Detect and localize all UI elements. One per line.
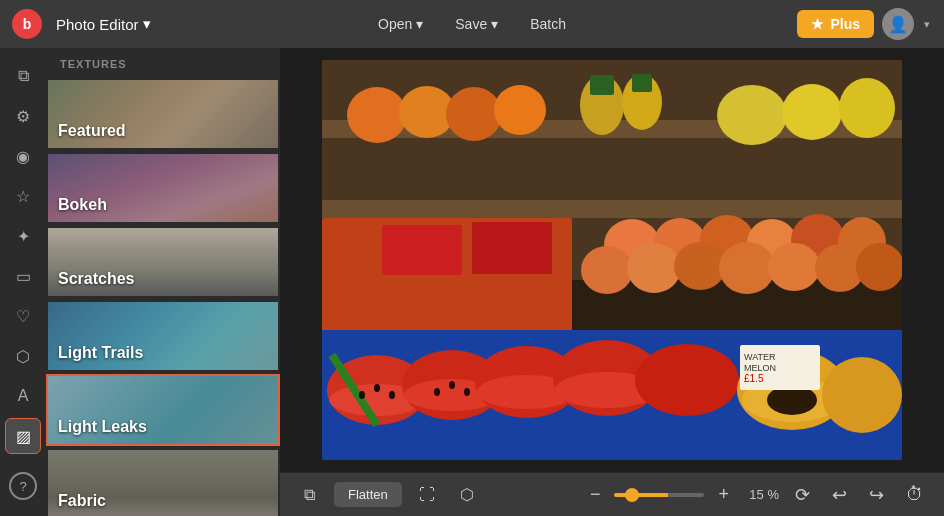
svg-point-46 xyxy=(464,388,470,396)
svg-point-26 xyxy=(674,242,726,290)
layers-panel-button[interactable]: ⧉ xyxy=(294,480,324,510)
svg-point-42 xyxy=(374,384,380,392)
svg-point-44 xyxy=(359,391,365,399)
svg-point-45 xyxy=(449,381,455,389)
batch-button[interactable]: Batch xyxy=(516,10,580,38)
svg-rect-17 xyxy=(472,222,552,274)
bottom-bar: ⧉ Flatten ⛶ ⬡ − + 15 % ⟳ ↩ ↪ ⏱ xyxy=(280,472,944,516)
rotate-button[interactable]: ⟳ xyxy=(789,480,816,510)
zoom-in-button[interactable]: + xyxy=(712,482,735,507)
flatten-label: Flatten xyxy=(348,487,388,502)
open-dropdown-icon: ▾ xyxy=(416,16,423,32)
svg-rect-11 xyxy=(632,74,652,92)
texture-item-bokeh[interactable]: Bokeh xyxy=(46,152,280,224)
sidebar-icon-crop[interactable]: ▭ xyxy=(5,258,41,294)
save-button[interactable]: Save ▾ xyxy=(441,10,512,38)
open-button[interactable]: Open ▾ xyxy=(364,10,437,38)
zoom-slider[interactable] xyxy=(614,493,704,497)
svg-point-7 xyxy=(494,85,546,135)
svg-text:£1.5: £1.5 xyxy=(744,373,764,384)
svg-point-24 xyxy=(581,246,633,294)
texture-item-fabric[interactable]: Fabric xyxy=(46,448,280,516)
texture-label-scratches: Scratches xyxy=(48,264,278,296)
topbar-center-nav: Open ▾ Save ▾ Batch xyxy=(364,10,580,38)
open-label: Open xyxy=(378,16,412,32)
redo-button[interactable]: ↪ xyxy=(863,480,890,510)
save-dropdown-icon: ▾ xyxy=(491,16,498,32)
canvas-area: WATER MELON £1.5 ⧉ Flatten ⛶ ⬡ − + 15 % … xyxy=(280,48,944,516)
svg-point-47 xyxy=(434,388,440,396)
help-button[interactable]: ? xyxy=(9,472,37,500)
export-button[interactable]: ⬡ xyxy=(452,480,482,510)
sidebar-icon-shape[interactable]: ⬡ xyxy=(5,338,41,374)
sidebar-icon-text[interactable]: A xyxy=(5,378,41,414)
texture-item-light-trails[interactable]: Light Trails xyxy=(46,300,280,372)
app-logo[interactable]: b xyxy=(12,9,42,39)
svg-point-41 xyxy=(635,344,739,416)
zoom-controls: − + 15 % xyxy=(584,482,779,507)
texture-item-light-leaks[interactable]: Light Leaks xyxy=(46,374,280,446)
svg-rect-16 xyxy=(382,225,462,275)
sidebar-icon-adjustments[interactable]: ⚙ xyxy=(5,98,41,134)
svg-point-13 xyxy=(782,84,842,140)
app-title-button[interactable]: Photo Editor ▾ xyxy=(50,11,157,37)
svg-point-27 xyxy=(719,242,775,294)
texture-list: Featured Bokeh Scratches Light Trails xyxy=(46,78,280,516)
undo-button[interactable]: ↩ xyxy=(826,480,853,510)
svg-point-43 xyxy=(389,391,395,399)
plus-star-icon: ★ xyxy=(811,16,824,32)
icon-sidebar: ⧉ ⚙ ◉ ☆ ✦ ▭ ♡ ⬡ A ▨ ? xyxy=(0,48,46,516)
svg-point-25 xyxy=(627,243,681,293)
svg-point-28 xyxy=(768,243,820,291)
avatar-dropdown-button[interactable]: ▾ xyxy=(922,18,932,31)
sidebar-icon-layers[interactable]: ⧉ xyxy=(5,58,41,94)
main-body: ⧉ ⚙ ◉ ☆ ✦ ▭ ♡ ⬡ A ▨ ? TEXTURES Featured … xyxy=(0,48,944,516)
flatten-button[interactable]: Flatten xyxy=(334,482,402,507)
plus-button[interactable]: ★ Plus xyxy=(797,10,874,38)
texture-label-light-leaks: Light Leaks xyxy=(48,412,278,444)
app-title-label: Photo Editor xyxy=(56,16,139,33)
svg-point-4 xyxy=(347,87,407,143)
svg-rect-9 xyxy=(590,75,614,95)
sidebar-icon-eye[interactable]: ◉ xyxy=(5,138,41,174)
texture-label-fabric: Fabric xyxy=(48,486,278,516)
history-button[interactable]: ⏱ xyxy=(900,480,930,509)
texture-label-featured: Featured xyxy=(48,116,278,148)
svg-point-30 xyxy=(856,243,902,291)
texture-label-light-trails: Light Trails xyxy=(48,338,278,370)
svg-point-14 xyxy=(839,78,895,138)
canvas-wrapper: WATER MELON £1.5 xyxy=(280,48,944,472)
sidebar-icon-effects[interactable]: ✦ xyxy=(5,218,41,254)
canvas-image: WATER MELON £1.5 xyxy=(322,60,902,460)
avatar[interactable]: 👤 xyxy=(882,8,914,40)
texture-item-featured[interactable]: Featured xyxy=(46,78,280,150)
svg-point-51 xyxy=(822,357,902,433)
fit-screen-button[interactable]: ⛶ xyxy=(412,480,442,510)
texture-panel: TEXTURES Featured Bokeh Scratches Ligh xyxy=(46,48,280,516)
texture-item-scratches[interactable]: Scratches xyxy=(46,226,280,298)
svg-point-12 xyxy=(717,85,787,145)
texture-label-bokeh: Bokeh xyxy=(48,190,278,222)
app-title-dropdown-icon: ▾ xyxy=(143,15,151,33)
sidebar-icon-texture[interactable]: ▨ xyxy=(5,418,41,454)
svg-text:WATER: WATER xyxy=(744,352,776,362)
sidebar-icon-heart[interactable]: ♡ xyxy=(5,298,41,334)
batch-label: Batch xyxy=(530,16,566,32)
zoom-label: 15 % xyxy=(743,487,779,502)
topbar: b Photo Editor ▾ Open ▾ Save ▾ Batch ★ P… xyxy=(0,0,944,48)
save-label: Save xyxy=(455,16,487,32)
svg-text:MELON: MELON xyxy=(744,363,776,373)
sidebar-icon-star[interactable]: ☆ xyxy=(5,178,41,214)
zoom-out-button[interactable]: − xyxy=(584,482,607,507)
svg-point-6 xyxy=(446,87,502,141)
plus-label: Plus xyxy=(830,16,860,32)
texture-panel-header: TEXTURES xyxy=(46,48,280,78)
